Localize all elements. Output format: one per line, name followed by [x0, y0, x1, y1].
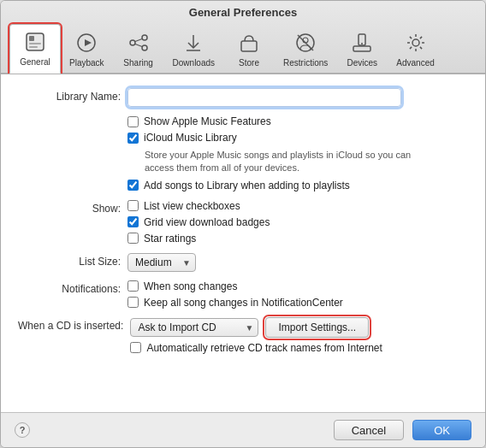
icloud-description: Store your Apple Music songs and playlis…	[145, 149, 427, 175]
preferences-window: General Preferences General	[0, 0, 486, 448]
toolbar-item-store[interactable]: Store	[223, 26, 275, 73]
toolbar-label-sharing: Sharing	[123, 58, 152, 68]
list-size-select[interactable]: Small Medium Large	[127, 253, 196, 272]
list-size-row: List Size: Small Medium Large ▼	[18, 253, 468, 272]
list-size-select-wrapper: Small Medium Large ▼	[127, 253, 196, 272]
toolbar-item-general[interactable]: General	[9, 24, 61, 74]
keep-song-changes-checkbox[interactable]	[127, 297, 139, 308]
notifications-group: When song changes Keep all song changes …	[127, 280, 468, 309]
toolbar: General Playback	[1, 24, 485, 73]
cd-action-select[interactable]: Ask to Import CD Import CD Import CD and…	[130, 318, 258, 337]
toolbar-item-downloads[interactable]: Downloads	[164, 26, 223, 73]
svg-rect-1	[29, 36, 34, 41]
cancel-button[interactable]: Cancel	[334, 420, 404, 440]
grid-view-label: Grid view download badges	[144, 216, 270, 228]
sharing-icon	[125, 29, 152, 56]
apple-music-group: Show Apple Music Features iCloud Music L…	[127, 115, 468, 192]
icloud-library-checkbox-row[interactable]: iCloud Music Library	[127, 132, 468, 144]
preferences-content: Library Name: Show Apple Music Features …	[1, 74, 485, 412]
svg-point-8	[142, 45, 147, 50]
add-songs-checkbox-row[interactable]: Add songs to Library when adding to play…	[127, 180, 468, 192]
toolbar-item-restrictions[interactable]: Restrictions	[275, 26, 336, 73]
restrictions-icon	[292, 29, 319, 56]
title-bar: General Preferences General	[1, 1, 485, 74]
auto-retrieve-label: Automatically retrieve CD track names fr…	[146, 342, 382, 354]
when-song-changes-checkbox[interactable]	[127, 280, 139, 292]
show-apple-music-checkbox[interactable]	[127, 116, 139, 127]
apple-music-spacer	[18, 115, 121, 118]
devices-icon	[348, 29, 376, 56]
keep-song-changes-row[interactable]: Keep all song changes in NotificationCen…	[127, 297, 468, 309]
show-apple-music-label: Show Apple Music Features	[144, 115, 271, 127]
toolbar-label-advanced: Advanced	[396, 58, 434, 68]
advanced-icon	[402, 29, 430, 56]
grid-view-row[interactable]: Grid view download badges	[127, 216, 468, 228]
cd-controls-row: Ask to Import CD Import CD Import CD and…	[130, 317, 468, 338]
cd-inserted-label: When a CD is inserted:	[18, 317, 123, 332]
show-apple-music-checkbox-row[interactable]: Show Apple Music Features	[127, 115, 468, 127]
cd-group: Ask to Import CD Import CD Import CD and…	[130, 317, 468, 354]
bottom-bar: ? Cancel OK	[1, 412, 485, 447]
svg-point-6	[130, 40, 135, 45]
library-name-input[interactable]	[127, 88, 401, 107]
svg-marker-5	[85, 39, 92, 46]
svg-rect-3	[29, 46, 38, 48]
toolbar-label-playback: Playback	[69, 58, 104, 68]
icloud-library-label: iCloud Music Library	[144, 132, 237, 144]
when-song-changes-row[interactable]: When song changes	[127, 280, 468, 292]
add-songs-label: Add songs to Library when adding to play…	[144, 180, 350, 192]
notifications-label: Notifications:	[18, 280, 121, 295]
svg-point-17	[361, 43, 363, 44]
icloud-library-checkbox[interactable]	[127, 133, 139, 144]
ok-button[interactable]: OK	[412, 420, 471, 440]
cd-action-select-wrapper: Ask to Import CD Import CD Import CD and…	[130, 318, 258, 337]
playback-icon	[73, 29, 100, 56]
store-icon	[235, 29, 263, 56]
svg-rect-2	[29, 43, 41, 44]
toolbar-label-store: Store	[239, 58, 259, 68]
apple-music-row: Show Apple Music Features iCloud Music L…	[18, 115, 468, 192]
svg-point-19	[412, 39, 419, 46]
svg-rect-18	[353, 46, 370, 51]
import-settings-button[interactable]: Import Settings...	[265, 317, 369, 338]
svg-line-10	[135, 44, 142, 47]
show-group: List view checkboxes Grid view download …	[127, 200, 468, 245]
svg-point-7	[142, 35, 147, 40]
help-button[interactable]: ?	[15, 422, 30, 438]
add-songs-checkbox[interactable]	[127, 180, 139, 191]
auto-retrieve-row[interactable]: Automatically retrieve CD track names fr…	[130, 342, 468, 354]
toolbar-item-sharing[interactable]: Sharing	[113, 26, 164, 73]
toolbar-item-advanced[interactable]: Advanced	[388, 26, 442, 73]
toolbar-label-devices: Devices	[347, 58, 378, 68]
svg-line-9	[135, 39, 142, 42]
library-name-label: Library Name:	[18, 88, 121, 103]
list-view-checkbox[interactable]	[127, 200, 139, 211]
show-label: Show:	[18, 200, 121, 215]
dialog-buttons: Cancel OK	[334, 420, 471, 440]
star-ratings-checkbox[interactable]	[127, 233, 139, 244]
window-title: General Preferences	[189, 6, 297, 19]
auto-retrieve-checkbox[interactable]	[130, 342, 141, 353]
svg-rect-12	[241, 41, 257, 51]
grid-view-checkbox[interactable]	[127, 216, 139, 227]
list-size-label: List Size:	[18, 253, 121, 268]
library-name-row: Library Name:	[18, 88, 468, 107]
toolbar-label-downloads: Downloads	[173, 58, 215, 68]
when-song-changes-label: When song changes	[144, 280, 237, 292]
star-ratings-row[interactable]: Star ratings	[127, 233, 468, 245]
cd-inserted-row: When a CD is inserted: Ask to Import CD …	[18, 317, 468, 354]
general-icon	[21, 28, 49, 56]
notifications-row: Notifications: When song changes Keep al…	[18, 280, 468, 309]
toolbar-label-general: General	[20, 57, 50, 67]
show-row: Show: List view checkboxes Grid view dow…	[18, 200, 468, 245]
toolbar-label-restrictions: Restrictions	[283, 58, 328, 68]
downloads-icon	[180, 29, 207, 56]
toolbar-item-playback[interactable]: Playback	[61, 26, 113, 73]
toolbar-item-devices[interactable]: Devices	[336, 26, 388, 73]
keep-song-changes-label: Keep all song changes in NotificationCen…	[144, 297, 343, 309]
list-view-label: List view checkboxes	[144, 200, 240, 212]
list-view-row[interactable]: List view checkboxes	[127, 200, 468, 212]
star-ratings-label: Star ratings	[144, 233, 196, 245]
